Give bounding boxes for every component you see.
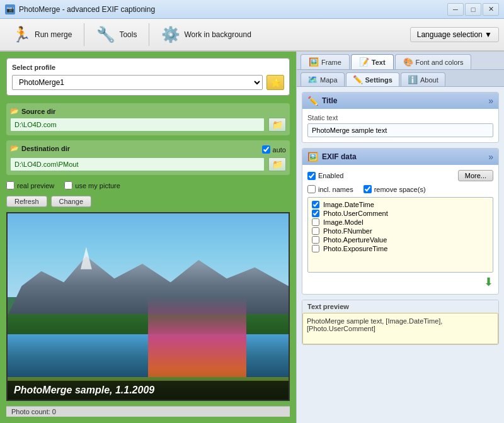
content-scroll: ✏️ Title » Static text 🖼️ EXIF data »	[297, 87, 504, 423]
dest-dir-row: 📁	[10, 157, 286, 171]
profile-select[interactable]: PhotoMerge1	[12, 75, 263, 90]
dest-dir-input[interactable]	[10, 157, 265, 171]
remove-spaces-checkbox[interactable]	[364, 185, 372, 193]
exif-item-model: Image.Model	[311, 218, 490, 227]
run-merge-button[interactable]: 🏃 Run merge	[5, 22, 79, 47]
text-preview-section: Text preview PhotoMerge sample text, [Im…	[302, 300, 499, 345]
sub-tab-about[interactable]: ℹ️ About	[401, 72, 445, 86]
exif-usercomment-checkbox[interactable]	[312, 210, 319, 217]
exif-collapsible-header[interactable]: 🖼️ EXIF data »	[302, 149, 498, 165]
remove-spaces-label[interactable]: remove space(s)	[364, 185, 426, 193]
tab-frame[interactable]: 🖼️ Frame	[301, 54, 350, 69]
real-preview-checkbox[interactable]	[6, 181, 14, 189]
exif-item-datetime: Image.DateTime	[311, 200, 490, 209]
dest-dir-browse-button[interactable]: 📁	[268, 157, 286, 171]
title-header-icon: ✏️	[307, 96, 318, 106]
static-text-label: Static text	[307, 114, 493, 121]
tools-icon: 🔧	[96, 26, 115, 43]
window-title: PhotoMerge - advanced EXIF captioning	[19, 5, 155, 14]
title-collapse-button[interactable]: »	[488, 96, 493, 106]
image-preview: PhotoMerge sample, 1.1.2009	[6, 212, 290, 401]
source-dir-section: 📂 Source dir 📁	[6, 103, 290, 135]
preview-scene	[8, 213, 289, 400]
use-my-picture-label[interactable]: use my picture	[64, 181, 120, 189]
exif-datetime-checkbox[interactable]	[312, 201, 319, 208]
dest-dir-section: 📂 Destination dir auto 📁	[6, 140, 290, 175]
down-arrow-icon[interactable]: ⬇	[484, 275, 493, 289]
dest-dir-label: 📂 Destination dir	[10, 144, 70, 152]
incl-names-label[interactable]: incl. names	[307, 185, 353, 193]
exif-item-exposure: Photo.ExposureTime	[311, 244, 490, 253]
exif-collapse-button[interactable]: »	[488, 152, 493, 162]
exif-enabled-checkbox[interactable]	[307, 172, 316, 180]
exif-exposure-checkbox[interactable]	[312, 245, 319, 252]
tools-button[interactable]: 🔧 Tools	[89, 22, 144, 47]
profile-header: Select profile	[12, 64, 284, 71]
profile-section: Select profile PhotoMerge1 ⭐	[6, 58, 290, 96]
sub-tab-mapa[interactable]: 🗺️ Mapa	[301, 72, 345, 86]
title-header-label: Title	[322, 96, 484, 105]
toolbar-separator-1	[84, 23, 84, 46]
sub-tab-settings[interactable]: ✏️ Settings	[346, 72, 399, 86]
dest-folder-icon: 📂	[10, 144, 19, 152]
exif-more-button[interactable]: More...	[458, 170, 493, 181]
profile-icon-button[interactable]: ⭐	[266, 75, 284, 90]
work-in-background-button[interactable]: ⚙️ Work in background	[154, 22, 258, 47]
title-collapsible: ✏️ Title » Static text	[302, 92, 499, 143]
exif-list: Image.DateTime Photo.UserComment Image.M…	[307, 197, 493, 273]
exif-enabled-label[interactable]: Enabled	[307, 172, 343, 180]
exif-model-checkbox[interactable]	[312, 218, 319, 226]
exif-top-row: Enabled More...	[307, 170, 493, 181]
incl-names-checkbox[interactable]	[307, 185, 316, 193]
exif-aperture-label: Photo.ApertureValue	[323, 236, 387, 244]
language-selection-button[interactable]: Language selection ▼	[410, 27, 499, 42]
settings-label: Settings	[365, 76, 392, 84]
source-dir-browse-button[interactable]: 📁	[268, 118, 286, 132]
auto-checkbox[interactable]	[262, 145, 270, 154]
title-collapsible-header[interactable]: ✏️ Title »	[302, 93, 498, 109]
text-preview-header: Text preview	[302, 300, 498, 313]
folder-open-icon: 📂	[10, 107, 19, 115]
mapa-label: Mapa	[320, 76, 338, 84]
window-controls: ─ □ ✕	[447, 3, 499, 16]
text-preview-value: PhotoMerge sample text, [Image.DateTime]…	[307, 317, 442, 332]
change-button[interactable]: Change	[51, 196, 92, 207]
exif-aperture-checkbox[interactable]	[312, 236, 319, 244]
text-tab-label: Text	[372, 59, 386, 66]
exif-datetime-label: Image.DateTime	[323, 201, 374, 208]
close-button[interactable]: ✕	[483, 3, 499, 16]
tab-text[interactable]: 📝 Text	[351, 54, 394, 69]
use-my-picture-checkbox[interactable]	[64, 181, 72, 189]
app-icon: 📷	[5, 4, 15, 14]
exif-usercomment-label: Photo.UserComment	[323, 210, 388, 217]
exif-bottom-row: ⬇	[307, 273, 493, 289]
settings-icon: ✏️	[353, 75, 363, 84]
main-tabs: 🖼️ Frame 📝 Text 🎨 Font and colors	[297, 52, 504, 70]
auto-check-label[interactable]: auto	[262, 145, 286, 154]
source-dir-input[interactable]	[10, 118, 265, 132]
source-dir-label: 📂 Source dir	[10, 107, 286, 115]
exif-fnumber-checkbox[interactable]	[312, 227, 319, 235]
about-label: About	[420, 76, 438, 84]
checkboxes-row: real preview use my picture	[6, 180, 290, 191]
photo-count: Photo count: 0	[6, 406, 290, 417]
toolbar-right: Language selection ▼	[410, 27, 499, 42]
static-text-input[interactable]	[307, 123, 493, 137]
tab-font-colors[interactable]: 🎨 Font and colors	[395, 54, 472, 69]
minimize-button[interactable]: ─	[447, 3, 464, 16]
exif-collapsible-body: Enabled More... incl. names remove	[302, 165, 498, 294]
exif-item-aperture: Photo.ApertureValue	[311, 235, 490, 244]
preview-caption: PhotoMerge sample, 1.1.2009	[8, 381, 289, 400]
maximize-button[interactable]: □	[465, 3, 481, 16]
tools-label: Tools	[119, 30, 137, 39]
title-collapsible-body: Static text	[302, 109, 498, 142]
font-colors-tab-icon: 🎨	[403, 57, 413, 67]
refresh-button[interactable]: Refresh	[6, 196, 47, 207]
real-preview-label[interactable]: real preview	[6, 181, 54, 189]
exif-header-label: EXIF data	[322, 152, 484, 161]
exif-header-icon: 🖼️	[307, 152, 318, 162]
background-icon: ⚙️	[161, 26, 180, 43]
exif-item-usercomment: Photo.UserComment	[311, 209, 490, 218]
exif-check-row: incl. names remove space(s)	[307, 185, 493, 193]
exif-fnumber-label: Photo.FNumber	[323, 227, 372, 235]
